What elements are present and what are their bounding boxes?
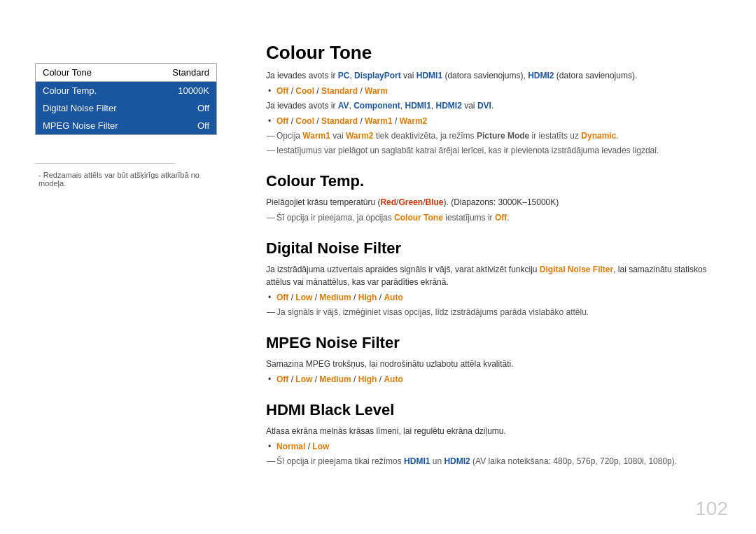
digital-noise-text1: Ja izstrādājuma uztvertais apraides sign… [266,263,721,288]
hdmi-black-note1: Šī opcija ir pieejama tikai režīmos HDMI… [276,455,721,468]
colour-tone-bullet2: Off / Cool / Standard / Warm1 / Warm2 [276,115,721,127]
colour-tone-text1: Ja ievades avots ir PC, DisplayPort vai … [266,69,721,82]
section-title-hdmi-black: HDMI Black Level [266,401,721,419]
menu-label-colourtemp: Colour Temp. [43,85,97,96]
main-content: Colour Tone Ja ievades avots ir PC, Disp… [252,21,756,513]
menu-value-mpegnoise: Off [197,120,209,131]
digital-noise-note1: Ja signāls ir vājš, izmēģiniet visas opc… [276,306,721,318]
section-title-colour-tone: Colour Tone [266,42,721,64]
menu-label-digitalnoise: Digital Noise Filter [43,103,116,113]
menu-row-colourtemp[interactable]: Colour Temp. 10000K [36,82,216,99]
sidebar: Colour Tone Standard Colour Temp. 10000K… [0,21,252,513]
mpeg-noise-text1: Samazina MPEG trokšņus, lai nodrošinātu … [266,358,721,370]
menu-value-digitalnoise: Off [197,103,209,113]
menu-label-mpegnoise: MPEG Noise Filter [43,120,118,131]
section-colour-temp: Colour Temp. Pielāgojiet krāsu temperatū… [266,172,721,224]
section-colour-tone: Colour Tone Ja ievades avots ir PC, Disp… [266,42,721,157]
colour-temp-note1: Šī opcija ir pieejama, ja opcijas Colour… [276,211,721,224]
hdmi-black-bullet1: Normal / Low [276,440,721,453]
colour-temp-text1: Pielāgojiet krāsu temperatūru (Red/Green… [266,196,721,209]
sidebar-note: - Redzamais attēls var būt atšķirīgs atk… [38,171,224,188]
section-digital-noise: Digital Noise Filter Ja izstrādājuma uzt… [266,239,721,318]
menu-row-header: Colour Tone Standard [36,64,216,82]
section-title-digital-noise: Digital Noise Filter [266,239,721,258]
menu-row-digitalnoise[interactable]: Digital Noise Filter Off [36,99,216,117]
menu-label-colourtone: Colour Tone [43,67,92,78]
colour-tone-note1: Opcija Warm1 vai Warm2 tiek deaktivizēta… [276,129,721,142]
menu-row-mpegnoise[interactable]: MPEG Noise Filter Off [36,117,216,134]
section-hdmi-black: HDMI Black Level Atlasa ekrāna melnās kr… [266,401,721,468]
menu-value-standard: Standard [172,67,209,78]
colour-tone-text2: Ja ievades avots ir AV, Component, HDMI1… [266,99,721,112]
section-mpeg-noise: MPEG Noise Filter Samazina MPEG trokšņus… [266,334,721,386]
section-title-mpeg-noise: MPEG Noise Filter [266,334,721,352]
menu-value-colourtemp: 10000K [178,85,209,96]
mpeg-noise-bullet1: Off / Low / Medium / High / Auto [276,373,721,386]
section-title-colour-temp: Colour Temp. [266,172,721,190]
hdmi-black-text1: Atlasa ekrāna melnās krāsas līmeni, lai … [266,425,721,437]
colour-tone-note2: Iestatījumus var pielāgot un saglabāt ka… [276,144,721,157]
menu-table: Colour Tone Standard Colour Temp. 10000K… [35,63,217,135]
sidebar-divider [35,163,175,164]
digital-noise-bullet1: Off / Low / Medium / High / Auto [276,291,721,304]
page-number: 102 [695,498,728,520]
colour-tone-bullet1: Off / Cool / Standard / Warm [276,85,721,97]
